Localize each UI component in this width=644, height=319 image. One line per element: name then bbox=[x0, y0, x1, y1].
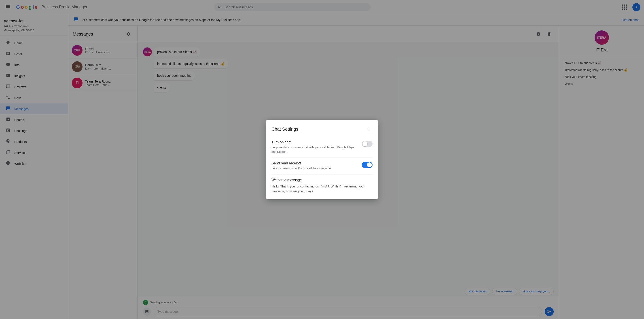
turn-on-chat-label: Turn on chat bbox=[272, 140, 322, 144]
turn-on-chat-row: Turn on chat Let potential customers cha… bbox=[272, 137, 322, 158]
turn-on-chat-desc: Let potential customers chat with you st… bbox=[272, 145, 322, 154]
modal-title: Chat Settings bbox=[272, 127, 298, 132]
chat-settings-modal: Chat Settings × Turn on chat Let potenti… bbox=[266, 120, 322, 160]
send-read-receipts-row: Send read receipts Let customers know if… bbox=[272, 158, 322, 160]
modal-header: Chat Settings × bbox=[266, 120, 322, 137]
modal-body: Turn on chat Let potential customers cha… bbox=[266, 137, 322, 160]
modal-overlay[interactable]: Chat Settings × Turn on chat Let potenti… bbox=[0, 0, 322, 160]
turn-on-chat-info: Turn on chat Let potential customers cha… bbox=[272, 140, 322, 154]
